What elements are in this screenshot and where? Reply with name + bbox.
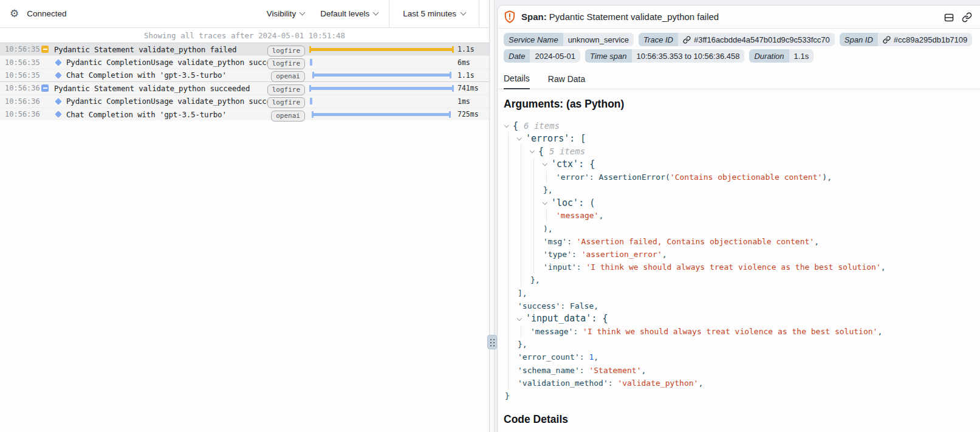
indent-guide <box>521 183 530 196</box>
trace-row[interactable]: 10:56:36Pydantic Statement validate_pyth… <box>0 81 489 94</box>
link-icon <box>883 36 891 44</box>
badge-date: Date2024-05-01 <box>504 49 580 63</box>
chevron-down-icon <box>461 10 467 16</box>
duration-bar <box>312 113 450 116</box>
code-line: }, <box>505 273 980 286</box>
code-token: 'error' <box>556 173 589 182</box>
badge-label: Service Name <box>504 33 563 46</box>
duration-bar <box>310 87 453 90</box>
indent-guide <box>508 196 518 209</box>
duration-bar-track <box>310 59 453 66</box>
code-line: 'ctx': { <box>505 158 980 171</box>
badge-span-id[interactable]: Span ID#cc89a295db1b7109 <box>840 33 972 46</box>
code-token: 'Contains objectionable content' <box>670 173 822 182</box>
code-line: } <box>505 389 980 402</box>
code-token: , <box>662 250 667 259</box>
expander-chevron-icon[interactable] <box>505 125 513 127</box>
span-title-prefix: Span: <box>521 12 547 22</box>
chevron-down-icon <box>373 10 379 16</box>
trace-row-duration: 1ms <box>457 97 489 106</box>
indent-guide <box>521 145 530 157</box>
code-token: : AssertionError( <box>589 173 670 182</box>
trace-row[interactable]: 10:56:35Pydantic CompletionUsage validat… <box>0 55 489 68</box>
code-token: , <box>814 237 819 246</box>
trace-row-tag: openai <box>271 69 305 81</box>
trace-row-tag: logfire <box>267 44 305 55</box>
code-token: : <box>560 301 570 310</box>
code-token: 6 items <box>524 121 560 131</box>
code-line: 'error_count': 1, <box>505 351 980 363</box>
expander-chevron-icon[interactable] <box>518 137 526 140</box>
indent-guide <box>508 261 518 273</box>
trace-row-name: Chat Completion with 'gpt-3.5-turbo' <box>66 110 227 119</box>
code-token: , <box>877 327 882 336</box>
code-token: ], <box>518 289 527 298</box>
code-line: }, <box>505 183 980 196</box>
indent-guide <box>521 248 530 261</box>
tab-raw-data[interactable]: Raw Data <box>548 70 585 89</box>
code-token: 'error_count' <box>518 352 580 362</box>
code-token: 'loc' <box>551 197 578 208</box>
expander-chevron-icon[interactable] <box>518 318 526 320</box>
collapse-minus-icon[interactable] <box>41 84 49 92</box>
code-token: 'input_data' <box>526 313 591 324</box>
code-token: : ( <box>578 197 595 208</box>
code-token: 5 items <box>549 146 585 156</box>
code-token: : <box>577 262 586 272</box>
trace-row-tag: logfire <box>267 57 305 68</box>
duration-bar <box>313 74 451 77</box>
arguments-code-block: { 6 items'errors': [{ 5 items'ctx': {'er… <box>505 119 980 402</box>
copy-link-icon[interactable] <box>962 12 972 22</box>
expander-chevron-icon[interactable] <box>543 163 551 165</box>
time-range-dropdown[interactable]: Last 5 minutes <box>389 0 479 28</box>
trace-row[interactable]: 10:56:35Chat Completion with 'gpt-3.5-tu… <box>0 69 489 81</box>
trace-row-tag: openai <box>271 109 305 120</box>
badge-value: 10:56:35.353 to 10:56:36.458 <box>632 49 745 63</box>
code-line: 'message', <box>505 209 980 222</box>
code-token: 'errors' <box>526 133 569 144</box>
code-token: }, <box>530 275 540 284</box>
tag-pill: logfire <box>267 46 305 57</box>
trace-row[interactable]: 10:56:36Pydantic CompletionUsage validat… <box>0 95 489 108</box>
code-line: 'input_data': { <box>505 312 980 325</box>
code-line: { 6 items <box>505 119 980 132</box>
badge-label: Span ID <box>840 33 878 46</box>
code-line: 'errors': [ <box>505 132 980 145</box>
badge-time-span: Time span10:56:35.353 to 10:56:36.458 <box>585 49 744 63</box>
visibility-dropdown[interactable]: Visibility <box>267 9 305 18</box>
code-token: 'msg' <box>543 237 567 246</box>
badge-trace-id[interactable]: Trace ID#3ff16acbdde4a547b01d9c9c533fcc7… <box>639 33 835 46</box>
indent-guide <box>546 209 556 222</box>
code-token: 'success' <box>518 301 560 310</box>
indent-guide <box>521 158 530 171</box>
code-line: 'msg': 'Assertion failed, Contains objec… <box>505 235 980 248</box>
trace-row-name: Pydantic Statement validate_python faile… <box>54 45 236 54</box>
trace-row-duration: 1.1s <box>457 45 489 53</box>
badge-label: Date <box>504 49 530 63</box>
gear-icon[interactable]: ⚙ <box>10 9 19 19</box>
code-token: 'assertion_error' <box>581 250 662 259</box>
indent-guide <box>508 209 518 222</box>
span-title: Span: Pydantic Statement validate_python… <box>521 12 719 22</box>
collapse-minus-icon[interactable] <box>41 46 49 53</box>
trace-row-name: Chat Completion with 'gpt-3.5-turbo' <box>66 70 227 80</box>
indent-guide <box>533 222 543 235</box>
default-levels-dropdown[interactable]: Default levels <box>320 9 378 18</box>
code-token: : <box>580 366 589 375</box>
panel-resize-grip[interactable] <box>487 335 497 349</box>
expander-chevron-icon[interactable] <box>543 202 551 204</box>
trace-row[interactable]: 10:56:36Chat Completion with 'gpt-3.5-tu… <box>0 108 489 120</box>
tab-details[interactable]: Details <box>504 70 530 89</box>
indent-guide <box>521 196 530 209</box>
trace-row-timestamp: 10:56:35 <box>5 45 40 53</box>
visibility-label: Visibility <box>267 9 296 18</box>
badge-value-text: 1.1s <box>794 52 809 61</box>
panel-layout-icon[interactable] <box>944 13 954 22</box>
trace-row[interactable]: 10:56:35Pydantic Statement validate_pyth… <box>0 43 489 55</box>
code-token: , <box>598 211 603 220</box>
expander-chevron-icon[interactable] <box>530 150 538 153</box>
indent-guide <box>508 273 518 286</box>
code-line: 'success': False, <box>505 300 980 312</box>
code-line: ), <box>505 222 980 235</box>
indent-guide <box>533 248 543 261</box>
